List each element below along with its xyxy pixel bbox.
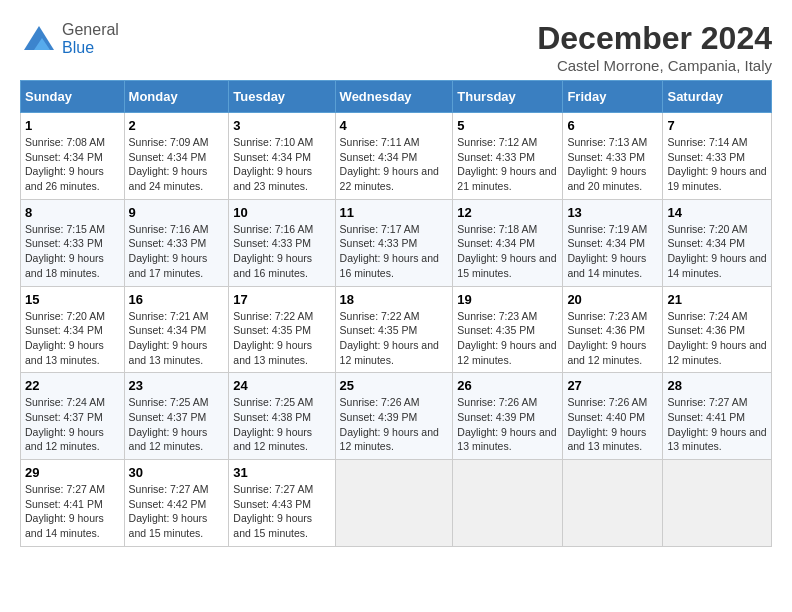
day-number: 13	[567, 205, 658, 220]
sunrise-text: Sunrise: 7:08 AM	[25, 135, 120, 150]
calendar-week-3: 15 Sunrise: 7:20 AM Sunset: 4:34 PM Dayl…	[21, 286, 772, 373]
day-info: Sunrise: 7:24 AM Sunset: 4:37 PM Dayligh…	[25, 395, 120, 454]
daylight-text: Daylight: 9 hours and 13 minutes.	[25, 338, 120, 367]
calendar-cell: 10 Sunrise: 7:16 AM Sunset: 4:33 PM Dayl…	[229, 199, 335, 286]
sunset-text: Sunset: 4:39 PM	[340, 410, 449, 425]
sunrise-text: Sunrise: 7:20 AM	[25, 309, 120, 324]
daylight-text: Daylight: 9 hours and 13 minutes.	[457, 425, 558, 454]
daylight-text: Daylight: 9 hours and 24 minutes.	[129, 164, 225, 193]
sunset-text: Sunset: 4:33 PM	[567, 150, 658, 165]
sunrise-text: Sunrise: 7:24 AM	[667, 309, 767, 324]
sunrise-text: Sunrise: 7:27 AM	[233, 482, 330, 497]
calendar-cell: 18 Sunrise: 7:22 AM Sunset: 4:35 PM Dayl…	[335, 286, 453, 373]
day-number: 30	[129, 465, 225, 480]
weekday-header-monday: Monday	[124, 81, 229, 113]
day-info: Sunrise: 7:25 AM Sunset: 4:37 PM Dayligh…	[129, 395, 225, 454]
page-header: General Blue December 2024 Castel Morron…	[20, 20, 772, 74]
calendar-cell	[335, 460, 453, 547]
sunrise-text: Sunrise: 7:22 AM	[233, 309, 330, 324]
calendar-cell: 15 Sunrise: 7:20 AM Sunset: 4:34 PM Dayl…	[21, 286, 125, 373]
sunrise-text: Sunrise: 7:23 AM	[567, 309, 658, 324]
daylight-text: Daylight: 9 hours and 12 minutes.	[567, 338, 658, 367]
sunrise-text: Sunrise: 7:27 AM	[25, 482, 120, 497]
day-number: 20	[567, 292, 658, 307]
logo: General Blue	[20, 20, 119, 58]
sunset-text: Sunset: 4:37 PM	[129, 410, 225, 425]
daylight-text: Daylight: 9 hours and 22 minutes.	[340, 164, 449, 193]
day-info: Sunrise: 7:26 AM Sunset: 4:40 PM Dayligh…	[567, 395, 658, 454]
sunset-text: Sunset: 4:36 PM	[567, 323, 658, 338]
day-number: 23	[129, 378, 225, 393]
sunrise-text: Sunrise: 7:23 AM	[457, 309, 558, 324]
sunset-text: Sunset: 4:34 PM	[457, 236, 558, 251]
day-info: Sunrise: 7:20 AM Sunset: 4:34 PM Dayligh…	[667, 222, 767, 281]
sunrise-text: Sunrise: 7:11 AM	[340, 135, 449, 150]
daylight-text: Daylight: 9 hours and 26 minutes.	[25, 164, 120, 193]
sunrise-text: Sunrise: 7:13 AM	[567, 135, 658, 150]
sunrise-text: Sunrise: 7:10 AM	[233, 135, 330, 150]
day-info: Sunrise: 7:12 AM Sunset: 4:33 PM Dayligh…	[457, 135, 558, 194]
calendar-cell: 8 Sunrise: 7:15 AM Sunset: 4:33 PM Dayli…	[21, 199, 125, 286]
sunset-text: Sunset: 4:38 PM	[233, 410, 330, 425]
sunset-text: Sunset: 4:41 PM	[25, 497, 120, 512]
sunset-text: Sunset: 4:34 PM	[25, 150, 120, 165]
day-number: 22	[25, 378, 120, 393]
sunset-text: Sunset: 4:34 PM	[129, 323, 225, 338]
daylight-text: Daylight: 9 hours and 12 minutes.	[129, 425, 225, 454]
calendar-cell: 11 Sunrise: 7:17 AM Sunset: 4:33 PM Dayl…	[335, 199, 453, 286]
calendar-cell: 9 Sunrise: 7:16 AM Sunset: 4:33 PM Dayli…	[124, 199, 229, 286]
sunset-text: Sunset: 4:42 PM	[129, 497, 225, 512]
daylight-text: Daylight: 9 hours and 21 minutes.	[457, 164, 558, 193]
calendar-cell: 5 Sunrise: 7:12 AM Sunset: 4:33 PM Dayli…	[453, 113, 563, 200]
day-number: 25	[340, 378, 449, 393]
day-number: 1	[25, 118, 120, 133]
calendar-cell: 6 Sunrise: 7:13 AM Sunset: 4:33 PM Dayli…	[563, 113, 663, 200]
day-number: 8	[25, 205, 120, 220]
sunset-text: Sunset: 4:34 PM	[25, 323, 120, 338]
daylight-text: Daylight: 9 hours and 13 minutes.	[567, 425, 658, 454]
calendar-cell: 28 Sunrise: 7:27 AM Sunset: 4:41 PM Dayl…	[663, 373, 772, 460]
sunrise-text: Sunrise: 7:22 AM	[340, 309, 449, 324]
sunrise-text: Sunrise: 7:26 AM	[567, 395, 658, 410]
sunrise-text: Sunrise: 7:25 AM	[129, 395, 225, 410]
daylight-text: Daylight: 9 hours and 12 minutes.	[340, 338, 449, 367]
logo-blue-text: Blue	[62, 39, 119, 57]
daylight-text: Daylight: 9 hours and 12 minutes.	[457, 338, 558, 367]
calendar-week-5: 29 Sunrise: 7:27 AM Sunset: 4:41 PM Dayl…	[21, 460, 772, 547]
day-number: 11	[340, 205, 449, 220]
sunset-text: Sunset: 4:33 PM	[457, 150, 558, 165]
day-number: 3	[233, 118, 330, 133]
daylight-text: Daylight: 9 hours and 15 minutes.	[233, 511, 330, 540]
calendar-cell: 26 Sunrise: 7:26 AM Sunset: 4:39 PM Dayl…	[453, 373, 563, 460]
sunrise-text: Sunrise: 7:19 AM	[567, 222, 658, 237]
sunset-text: Sunset: 4:33 PM	[129, 236, 225, 251]
daylight-text: Daylight: 9 hours and 16 minutes.	[340, 251, 449, 280]
day-number: 26	[457, 378, 558, 393]
calendar-cell: 14 Sunrise: 7:20 AM Sunset: 4:34 PM Dayl…	[663, 199, 772, 286]
day-number: 17	[233, 292, 330, 307]
calendar-cell: 2 Sunrise: 7:09 AM Sunset: 4:34 PM Dayli…	[124, 113, 229, 200]
calendar-week-4: 22 Sunrise: 7:24 AM Sunset: 4:37 PM Dayl…	[21, 373, 772, 460]
day-info: Sunrise: 7:09 AM Sunset: 4:34 PM Dayligh…	[129, 135, 225, 194]
sunrise-text: Sunrise: 7:26 AM	[340, 395, 449, 410]
daylight-text: Daylight: 9 hours and 20 minutes.	[567, 164, 658, 193]
day-info: Sunrise: 7:10 AM Sunset: 4:34 PM Dayligh…	[233, 135, 330, 194]
day-number: 16	[129, 292, 225, 307]
day-info: Sunrise: 7:23 AM Sunset: 4:36 PM Dayligh…	[567, 309, 658, 368]
sunset-text: Sunset: 4:37 PM	[25, 410, 120, 425]
day-number: 19	[457, 292, 558, 307]
day-info: Sunrise: 7:11 AM Sunset: 4:34 PM Dayligh…	[340, 135, 449, 194]
day-number: 7	[667, 118, 767, 133]
sunset-text: Sunset: 4:39 PM	[457, 410, 558, 425]
daylight-text: Daylight: 9 hours and 12 minutes.	[25, 425, 120, 454]
daylight-text: Daylight: 9 hours and 17 minutes.	[129, 251, 225, 280]
sunrise-text: Sunrise: 7:20 AM	[667, 222, 767, 237]
calendar-table: SundayMondayTuesdayWednesdayThursdayFrid…	[20, 80, 772, 547]
sunrise-text: Sunrise: 7:26 AM	[457, 395, 558, 410]
sunset-text: Sunset: 4:34 PM	[667, 236, 767, 251]
sunrise-text: Sunrise: 7:17 AM	[340, 222, 449, 237]
daylight-text: Daylight: 9 hours and 23 minutes.	[233, 164, 330, 193]
daylight-text: Daylight: 9 hours and 14 minutes.	[667, 251, 767, 280]
day-number: 24	[233, 378, 330, 393]
calendar-cell: 13 Sunrise: 7:19 AM Sunset: 4:34 PM Dayl…	[563, 199, 663, 286]
